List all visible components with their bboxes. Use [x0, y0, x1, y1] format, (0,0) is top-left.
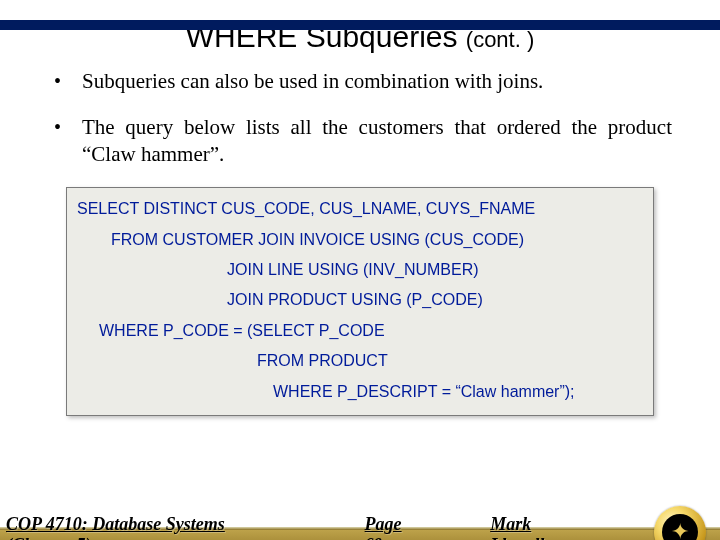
footer-course: COP 4710: Database Systems (Chapter 5) — [6, 514, 295, 540]
code-line: FROM PRODUCT — [77, 346, 643, 376]
sql-code-box: SELECT DISTINCT CUS_CODE, CUS_LNAME, CUY… — [66, 187, 654, 416]
slide: WHERE Subqueries (cont. ) Subqueries can… — [0, 20, 720, 540]
top-accent-bar — [0, 20, 720, 30]
slide-body: Subqueries can also be used in combinati… — [0, 68, 720, 416]
code-line: JOIN LINE USING (INV_NUMBER) — [77, 255, 643, 285]
bullet-item: Subqueries can also be used in combinati… — [48, 68, 672, 96]
code-line: FROM CUSTOMER JOIN INVOICE USING (CUS_CO… — [77, 225, 643, 255]
code-line: WHERE P_CODE = (SELECT P_CODE — [77, 316, 643, 346]
code-line: JOIN PRODUCT USING (P_CODE) — [77, 285, 643, 315]
logo-star-icon: ✦ — [671, 521, 689, 540]
footer-author: Mark Llewellyn — [490, 514, 600, 540]
code-line: WHERE P_DESCRIPT = “Claw hammer”); — [77, 377, 643, 407]
code-line: SELECT DISTINCT CUS_CODE, CUS_LNAME, CUY… — [77, 194, 643, 224]
footer: COP 4710: Database Systems (Chapter 5) P… — [0, 504, 720, 540]
bullet-list: Subqueries can also be used in combinati… — [48, 68, 672, 169]
bullet-item: The query below lists all the customers … — [48, 114, 672, 169]
title-cont: (cont. ) — [466, 27, 534, 52]
footer-page: Page 69 — [365, 514, 421, 540]
ucf-logo-icon: ✦ — [654, 506, 706, 540]
footer-text: COP 4710: Database Systems (Chapter 5) P… — [6, 514, 600, 540]
